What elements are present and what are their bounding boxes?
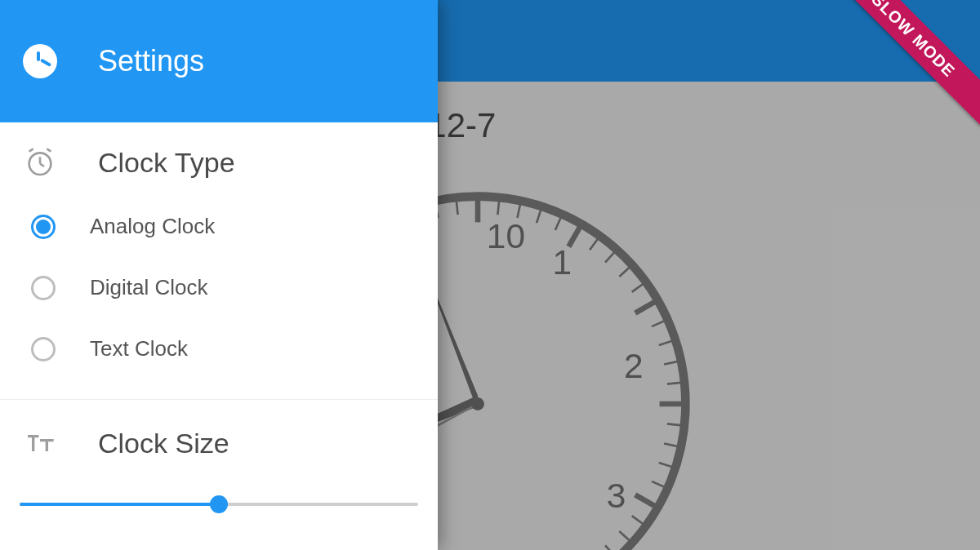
section-clock-size: Clock Size bbox=[0, 400, 438, 514]
radio-text-clock[interactable]: Text Clock bbox=[0, 318, 438, 379]
section-clock-type-label: Clock Type bbox=[98, 147, 235, 179]
svg-line-73 bbox=[40, 164, 44, 166]
text-size-icon bbox=[23, 426, 57, 460]
radio-label: Digital Clock bbox=[90, 275, 208, 300]
radio-digital-clock[interactable]: Digital Clock bbox=[0, 257, 438, 318]
radio-analog-clock[interactable]: Analog Clock bbox=[0, 196, 438, 257]
slider-thumb[interactable] bbox=[210, 495, 228, 513]
drawer-title: Settings bbox=[98, 44, 204, 78]
radio-label: Text Clock bbox=[90, 336, 188, 361]
radio-label: Analog Clock bbox=[90, 214, 215, 239]
radio-icon bbox=[31, 337, 56, 361]
alarm-clock-icon bbox=[23, 145, 57, 180]
section-clock-size-label: Clock Size bbox=[98, 428, 229, 459]
clock-size-slider[interactable] bbox=[20, 495, 418, 514]
clock-type-options: Analog Clock Digital Clock Text Clock bbox=[0, 189, 438, 400]
drawer-header: Settings bbox=[0, 0, 438, 122]
slider-fill bbox=[20, 503, 219, 506]
radio-icon bbox=[31, 215, 56, 239]
clock-icon bbox=[23, 44, 57, 78]
radio-icon bbox=[31, 276, 56, 300]
section-clock-type: Clock Type bbox=[0, 122, 438, 189]
svg-line-75 bbox=[47, 149, 51, 151]
settings-drawer: Settings Clock Type Analog Clock Digital… bbox=[0, 0, 438, 550]
svg-line-74 bbox=[29, 149, 33, 151]
